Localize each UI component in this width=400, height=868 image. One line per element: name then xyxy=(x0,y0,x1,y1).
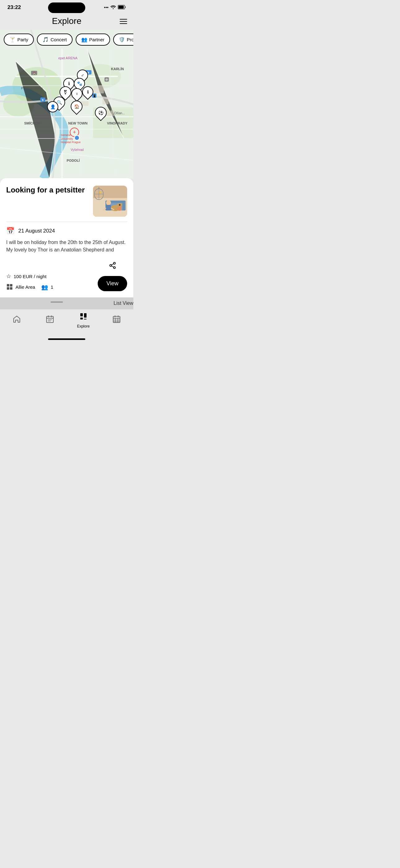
calendar-icon: 📅 xyxy=(6,227,14,235)
filter-pills: 🍸 Party 🎵 Concert 👥 Partner 🛡️ Product xyxy=(0,34,133,45)
people-icon: 👥 xyxy=(41,284,48,290)
svg-line-66 xyxy=(111,264,113,265)
wifi-icon xyxy=(110,5,116,10)
svg-line-65 xyxy=(111,266,113,267)
map-marker-9[interactable]: 🏠 xyxy=(71,101,82,113)
party-icon: 🍸 xyxy=(9,37,15,42)
partner-icon: 👥 xyxy=(81,37,88,42)
bottom-navigation: Explore xyxy=(0,309,133,335)
signal-icon: ••• xyxy=(104,5,108,10)
share-button[interactable] xyxy=(106,258,120,272)
svg-rect-61 xyxy=(10,287,12,290)
card-attendees: 1 xyxy=(51,284,53,290)
card-divider xyxy=(6,222,127,222)
attendees-row: 👥 1 xyxy=(41,284,53,290)
filter-concert-label: Concert xyxy=(51,37,67,42)
nav-item-grid[interactable] xyxy=(106,315,128,326)
list-view-strip[interactable]: List View xyxy=(0,298,133,309)
svg-rect-60 xyxy=(7,287,9,290)
card-image xyxy=(93,186,127,217)
filter-partner-label: Partner xyxy=(89,37,104,42)
card-meta: ☆ 100 EUR / night Allie Area xyxy=(6,273,53,291)
filter-party[interactable]: 🍸 Party xyxy=(4,34,34,45)
home-indicator-bar xyxy=(0,335,133,343)
home-indicator xyxy=(48,338,85,340)
card-image-visual xyxy=(93,186,127,217)
svg-point-57 xyxy=(99,191,101,193)
home-icon xyxy=(12,315,21,326)
filter-product-label: Product xyxy=(127,37,133,42)
card-location: Allie Area xyxy=(15,284,35,290)
calendar-list-icon xyxy=(45,315,54,326)
drag-handle xyxy=(51,302,63,303)
svg-point-46 xyxy=(119,204,121,206)
filter-partner[interactable]: 👥 Partner xyxy=(76,34,110,45)
menu-icon[interactable] xyxy=(120,19,127,24)
nav-item-home[interactable] xyxy=(6,315,28,326)
status-icons: ••• xyxy=(104,5,126,10)
map-marker-10[interactable]: ⚽ xyxy=(95,107,107,119)
map-markers: ♂ ℹ 🐾 ⚧ ♀ ℹ xyxy=(0,30,133,179)
nav-explore-label: Explore xyxy=(77,324,90,329)
page-title: Explore xyxy=(52,16,81,26)
grid-calendar-icon xyxy=(112,315,121,326)
svg-rect-75 xyxy=(80,318,83,319)
status-time: 23:22 xyxy=(7,4,21,10)
svg-rect-58 xyxy=(7,284,9,286)
svg-rect-42 xyxy=(123,202,126,211)
card-date: 📅 21 August 2024 xyxy=(6,227,127,235)
svg-rect-76 xyxy=(84,319,87,319)
card-actions: ☆ 100 EUR / night Allie Area xyxy=(6,258,127,291)
card-title: Looking for a petsitter xyxy=(6,186,93,195)
map-marker-6[interactable]: ℹ xyxy=(82,86,93,97)
svg-rect-1 xyxy=(119,6,124,9)
battery-icon xyxy=(118,5,126,10)
card-date-text: 21 August 2024 xyxy=(18,228,55,234)
svg-rect-74 xyxy=(84,313,87,318)
status-bar: 23:22 ••• xyxy=(0,0,133,13)
dynamic-island xyxy=(48,2,85,13)
svg-rect-50 xyxy=(106,205,111,211)
list-view-label: List View xyxy=(113,301,133,306)
svg-point-49 xyxy=(106,200,111,205)
svg-point-48 xyxy=(119,206,122,209)
app-header: Explore xyxy=(0,13,133,30)
filter-concert[interactable]: 🎵 Concert xyxy=(37,34,72,45)
nav-item-explore[interactable]: Explore xyxy=(72,312,94,329)
filter-party-label: Party xyxy=(18,37,28,42)
concert-icon: 🎵 xyxy=(42,37,49,42)
card-price: 100 EUR / night xyxy=(14,274,46,279)
card-right-actions: View xyxy=(98,258,127,291)
map-marker-8[interactable]: 👤 xyxy=(47,101,58,113)
star-icon: ☆ xyxy=(6,273,11,280)
listing-card: Looking for a petsitter xyxy=(0,178,133,298)
svg-rect-59 xyxy=(10,284,12,286)
card-description: I will be on holiday from the 20th to th… xyxy=(6,239,127,254)
view-button[interactable]: View xyxy=(98,276,127,291)
explore-icon xyxy=(79,312,88,323)
nav-item-calendar[interactable] xyxy=(39,315,61,326)
svg-rect-67 xyxy=(46,316,53,322)
location-row: Allie Area xyxy=(6,283,35,291)
location-icon xyxy=(6,283,13,291)
price-row: ☆ 100 EUR / night xyxy=(6,273,53,280)
map-area[interactable]: + Prague Castle epet ARENA SMÍCHOV NEW T… xyxy=(0,30,133,179)
card-header: Looking for a petsitter xyxy=(6,186,127,217)
map-marker-5[interactable]: ♀ xyxy=(71,88,82,99)
filter-product[interactable]: 🛡️ Product xyxy=(113,34,133,45)
svg-rect-73 xyxy=(80,313,83,316)
product-icon: 🛡️ xyxy=(119,37,125,42)
